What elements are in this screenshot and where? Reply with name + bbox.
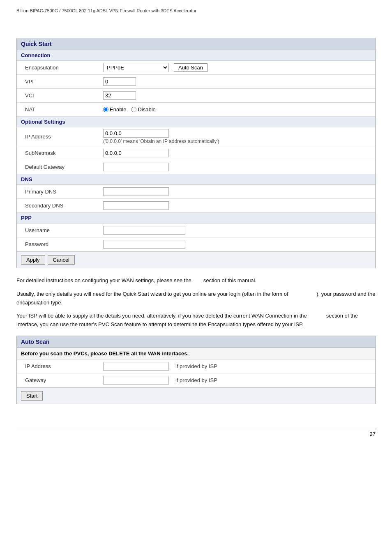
encapsulation-label: Encapsulation — [17, 62, 99, 73]
page-number: 27 — [370, 431, 376, 437]
ip-address-field: ('0.0.0.0' means 'Obtain an IP address a… — [99, 127, 375, 146]
autoscan-ip-input[interactable] — [103, 362, 169, 371]
encapsulation-select[interactable]: PPPoE PPPoA MER IPoA — [103, 63, 169, 72]
vpi-field — [99, 76, 375, 88]
text-section: For detailed instructions on configuring… — [16, 276, 376, 329]
quick-start-title: Quick Start — [17, 38, 375, 50]
start-button[interactable]: Start — [21, 391, 43, 401]
autoscan-gateway-field: if provided by ISP — [99, 374, 375, 386]
subnetmask-label: SubNetmask — [17, 148, 99, 158]
secondary-dns-field — [99, 200, 375, 212]
username-input[interactable] — [103, 226, 185, 235]
paragraph-1: For detailed instructions on configuring… — [16, 276, 376, 285]
username-row: Username — [17, 223, 375, 237]
primary-dns-label: Primary DNS — [17, 187, 99, 197]
username-field — [99, 224, 375, 236]
username-label: Username — [17, 225, 99, 235]
encapsulation-row: Encapsulation PPPoE PPPoA MER IPoA Auto … — [17, 61, 375, 75]
subnetmask-input[interactable] — [103, 149, 169, 157]
autoscan-ip-note: if provided by ISP — [175, 363, 217, 369]
nat-enable-radio[interactable] — [103, 107, 108, 112]
vpi-row: VPI — [17, 75, 375, 89]
cancel-button[interactable]: Cancel — [48, 255, 75, 265]
ip-address-input[interactable] — [103, 129, 169, 138]
vpi-label: VPI — [17, 76, 99, 87]
autoscan-gateway-note: if provided by ISP — [175, 377, 217, 383]
password-row: Password — [17, 237, 375, 251]
autoscan-ip-row: IP Address if provided by ISP — [17, 359, 375, 373]
default-gateway-input[interactable] — [103, 163, 169, 171]
auto-scan-button[interactable]: Auto Scan — [174, 63, 208, 72]
paragraph-2: Usually, the only details you will need … — [16, 290, 376, 307]
dns-subsection: DNS — [17, 174, 375, 185]
auto-scan-title: Auto Scan — [17, 336, 375, 348]
password-field — [99, 238, 375, 250]
primary-dns-field — [99, 186, 375, 198]
vci-row: VCI — [17, 89, 375, 103]
page-header: Billion BIPAC-7500G / 7500GL 802.11g ADS… — [16, 8, 376, 13]
primary-dns-input[interactable] — [103, 187, 169, 196]
secondary-dns-row: Secondary DNS — [17, 199, 375, 213]
password-input[interactable] — [103, 240, 185, 249]
default-gateway-label: Default Gateway — [17, 162, 99, 172]
secondary-dns-label: Secondary DNS — [17, 200, 99, 211]
default-gateway-row: Default Gateway — [17, 160, 375, 174]
auto-scan-box: Auto Scan Before you scan the PVCs, plea… — [16, 336, 376, 404]
autoscan-warning: Before you scan the PVCs, please DELETE … — [17, 348, 375, 359]
encapsulation-field: PPPoE PPPoA MER IPoA Auto Scan — [99, 61, 375, 74]
quick-start-box: Quick Start Connection Encapsulation PPP… — [16, 38, 376, 268]
autoscan-gateway-label: Gateway — [17, 375, 99, 385]
autoscan-btn-row: Start — [17, 387, 375, 404]
nat-row: NAT Enable Disable — [17, 103, 375, 117]
nat-field: Enable Disable — [99, 105, 375, 114]
vci-field — [99, 90, 375, 101]
default-gateway-field — [99, 161, 375, 173]
subnetmask-row: SubNetmask — [17, 146, 375, 160]
apply-button[interactable]: Apply — [21, 255, 45, 265]
password-label: Password — [17, 239, 99, 249]
ip-address-note: ('0.0.0.0' means 'Obtain an IP address a… — [103, 138, 219, 144]
nat-radio-group: Enable Disable — [103, 106, 156, 113]
autoscan-gateway-input[interactable] — [103, 376, 169, 385]
autoscan-ip-field: if provided by ISP — [99, 360, 375, 372]
autoscan-gateway-row: Gateway if provided by ISP — [17, 373, 375, 387]
nat-disable-label[interactable]: Disable — [131, 106, 155, 113]
vci-label: VCI — [17, 90, 99, 101]
autoscan-ip-label: IP Address — [17, 361, 99, 371]
quick-start-btn-row: Apply Cancel — [17, 251, 375, 268]
ip-field-wrap: ('0.0.0.0' means 'Obtain an IP address a… — [103, 129, 219, 144]
primary-dns-row: Primary DNS — [17, 185, 375, 199]
nat-disable-radio[interactable] — [131, 107, 136, 112]
optional-settings-subsection: Optional Settings — [17, 117, 375, 127]
nat-label: NAT — [17, 104, 99, 115]
paragraph-3: Your ISP will be able to supply all the … — [16, 312, 376, 329]
vci-input[interactable] — [103, 91, 136, 100]
secondary-dns-input[interactable] — [103, 201, 169, 210]
subnetmask-field — [99, 147, 375, 159]
connection-subsection: Connection — [17, 50, 375, 61]
ip-address-row: IP Address ('0.0.0.0' means 'Obtain an I… — [17, 127, 375, 146]
page-footer: 27 — [16, 429, 376, 437]
vpi-input[interactable] — [103, 77, 136, 86]
ppp-subsection: PPP — [17, 213, 375, 223]
nat-enable-label[interactable]: Enable — [103, 106, 126, 113]
ip-address-label: IP Address — [17, 131, 99, 142]
